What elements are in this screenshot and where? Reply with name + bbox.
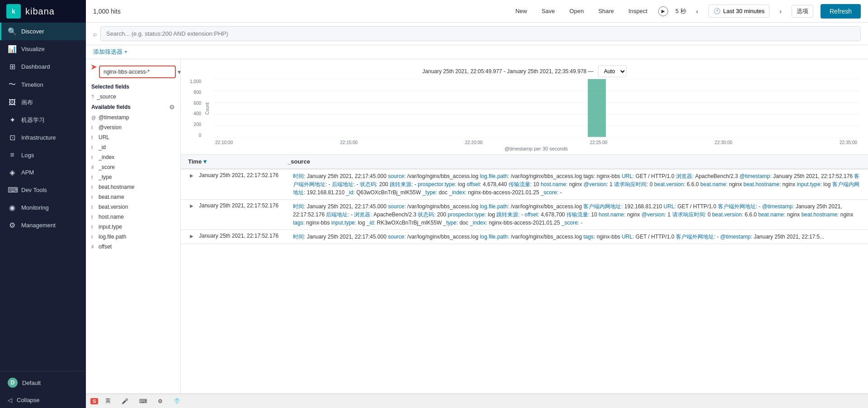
field-item-beat-name[interactable]: t beat.name [86, 192, 180, 202]
field-item-url[interactable]: t URL [86, 132, 180, 142]
field-item-source[interactable]: ? _source [86, 92, 180, 102]
index-input[interactable] [99, 66, 176, 78]
log-source-2: 时间: January 25th 2021, 22:17:45.000 sour… [293, 202, 861, 227]
auto-select[interactable]: Auto [598, 66, 627, 77]
sidebar-item-label: 画布 [21, 98, 33, 107]
sidebar-item-monitoring[interactable]: ◉ Monitoring [0, 199, 86, 216]
sidebar-item-apm[interactable]: ◈ APM [0, 164, 86, 181]
field-item-offset[interactable]: # offset [86, 242, 180, 252]
field-type-t10: t [91, 225, 96, 230]
table-row: ▶ January 25th 2021, 22:17:52.176 时间: Ja… [181, 200, 868, 230]
fields-gear-button[interactable]: ⚙ [169, 103, 175, 111]
sidebar-item-collapse[interactable]: ◁ Collapse [0, 392, 86, 408]
sidebar-bottom: D Default ◁ Collapse [0, 369, 86, 408]
monitoring-icon: ◉ [8, 203, 17, 212]
collapse-icon: ◁ [8, 397, 12, 403]
field-item-type[interactable]: t _type [86, 172, 180, 182]
sidebar-item-canvas[interactable]: 🖼 画布 [0, 94, 86, 111]
field-type-hash2: # [91, 244, 96, 249]
next-time-button[interactable]: › [777, 7, 784, 16]
field-item-version[interactable]: t @version [86, 122, 180, 132]
save-button[interactable]: Save [538, 6, 559, 16]
play-button[interactable]: ▶ [658, 6, 668, 16]
sidebar-item-logs[interactable]: ≡ Logs [0, 146, 86, 164]
topbar: 1,000 hits New Save Open Share Inspect ▶… [86, 0, 868, 23]
management-icon: ⚙ [8, 221, 17, 230]
svg-rect-6 [588, 79, 606, 137]
table-row: ▶ January 25th 2021, 22:17:52.176 时间: Ja… [181, 230, 868, 244]
y-label-200: 200 [193, 122, 201, 127]
options-button[interactable]: 选项 [792, 5, 813, 18]
field-item-score[interactable]: # _score [86, 162, 180, 172]
table-row: ▶ January 25th 2021, 22:17:52.176 时间: Ja… [181, 169, 868, 200]
sidebar-item-label: Dashboard [21, 63, 50, 70]
canvas-icon: 🖼 [8, 98, 17, 107]
field-item-beat-hostname[interactable]: t beat.hostname [86, 182, 180, 192]
taskbar-mic[interactable]: 🎤 [118, 397, 132, 405]
taskbar-keyboard[interactable]: ⌨ [136, 397, 151, 405]
sidebar-item-devtools[interactable]: ⌨ Dev Tools [0, 181, 86, 199]
expand-row-button-1[interactable]: ▶ [188, 172, 195, 179]
left-panel: ➤ ▾ Selected fields ? _source Available … [86, 59, 181, 394]
index-toggle-button[interactable]: ▾ [178, 68, 181, 75]
field-item-host-name[interactable]: t host.name [86, 212, 180, 222]
field-name-beat-version: beat.version [99, 204, 175, 210]
sidebar-item-ml[interactable]: ✦ 机器学习 [0, 111, 86, 129]
sidebar-item-label: Management [21, 222, 56, 229]
sidebar-item-dashboard[interactable]: ⊞ Dashboard [0, 58, 86, 75]
field-item-beat-version[interactable]: t beat.version [86, 202, 180, 212]
expand-row-button-3[interactable]: ▶ [188, 233, 195, 239]
add-filter-button[interactable]: 添加筛选器 + [93, 48, 127, 56]
share-button[interactable]: Share [594, 6, 618, 16]
field-type-t9: t [91, 215, 96, 220]
field-name-score: _score [99, 164, 175, 170]
field-item-timestamp[interactable]: @ @timestamp [86, 113, 180, 122]
sidebar-item-default[interactable]: D Default [0, 373, 86, 392]
open-button[interactable]: Open [566, 6, 588, 16]
taskbar-settings[interactable]: ⚙ [154, 397, 166, 405]
refresh-button[interactable]: Refresh [821, 4, 861, 19]
ml-icon: ✦ [8, 116, 17, 124]
taskbar-lang[interactable]: 英 [102, 396, 114, 406]
taskbar-shirt[interactable]: 👕 [170, 397, 184, 405]
apm-icon: ◈ [8, 168, 17, 177]
sidebar-item-infrastructure[interactable]: ⊡ Infrastructure [0, 129, 86, 146]
field-type-t3: t [91, 145, 96, 150]
histogram-chart [213, 79, 859, 138]
sidebar-item-label: Dev Tools [21, 187, 47, 193]
sidebar-item-management[interactable]: ⚙ Management [0, 216, 86, 234]
devtools-icon: ⌨ [8, 186, 17, 194]
field-item-index[interactable]: t _index [86, 152, 180, 162]
new-button[interactable]: New [512, 6, 531, 16]
timelion-icon: 〜 [8, 80, 17, 89]
field-item-input-type[interactable]: t input.type [86, 222, 180, 232]
sidebar-item-timelion[interactable]: 〜 Timelion [0, 75, 86, 94]
prev-time-button[interactable]: ‹ [693, 7, 701, 16]
source-column-header: _source [288, 158, 861, 165]
date-range-bar: January 25th 2021, 22:05:49.977 - Januar… [190, 64, 859, 79]
x-label-5: 22:30:00 [715, 140, 732, 145]
expand-row-button-2[interactable]: ▶ [188, 202, 195, 209]
x-label-2: 22:15:00 [340, 140, 358, 145]
search-input[interactable] [100, 26, 861, 41]
content-area: ➤ ▾ Selected fields ? _source Available … [86, 59, 868, 394]
time-range-display[interactable]: 🕐 Last 30 minutes [708, 5, 770, 18]
time-column-header[interactable]: Time ▾ [188, 158, 288, 165]
log-source-3: 时间: January 25th 2021, 22:17:45.000 sour… [293, 233, 861, 241]
field-item-log-file-path[interactable]: t log.file.path [86, 232, 180, 242]
field-item-id[interactable]: t _id add [86, 142, 180, 152]
x-label-4: 22:25:00 [590, 140, 608, 145]
log-time-1: January 25th 2021, 22:17:52.176 [199, 172, 289, 178]
field-type-hash: # [91, 165, 96, 170]
sidebar-item-visualize[interactable]: 📊 Visualize [0, 40, 86, 58]
y-label-1000: 1,000 [190, 79, 201, 84]
field-name-beat-hostname: beat.hostname [99, 184, 175, 190]
sidebar-item-discover[interactable]: 🔍 Discover [0, 23, 86, 40]
inspect-button[interactable]: Inspect [625, 6, 651, 16]
field-name-host-name: host.name [99, 214, 175, 220]
kibana-logo-icon: k [6, 4, 21, 19]
sidebar-item-label: Visualize [21, 46, 45, 52]
sidebar: k kibana 🔍 Discover 📊 Visualize ⊞ Dashbo… [0, 0, 86, 408]
filter-row: 添加筛选器 + [86, 45, 868, 59]
x-label-1: 22:10:00 [215, 140, 233, 145]
